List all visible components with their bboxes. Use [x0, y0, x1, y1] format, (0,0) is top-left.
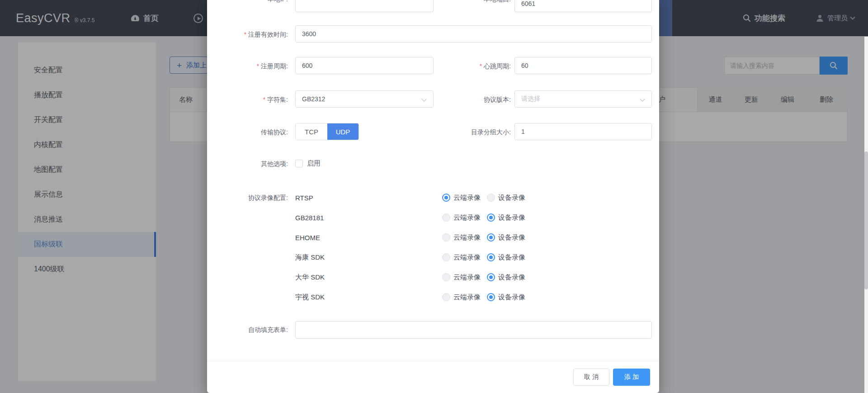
- cloud-record-label[interactable]: 云端录像: [453, 273, 481, 282]
- device-record-label[interactable]: 设备录像: [498, 293, 525, 302]
- cloud-record-radio[interactable]: [442, 253, 450, 261]
- transport-option-udp[interactable]: UDP: [327, 123, 359, 140]
- required-star: *: [257, 62, 259, 70]
- charset-select[interactable]: GB2312: [295, 90, 434, 108]
- proto-version-select[interactable]: 请选择: [514, 90, 652, 108]
- dir-group-input[interactable]: [514, 123, 652, 140]
- device-record-radio[interactable]: [487, 233, 495, 241]
- device-record-label[interactable]: 设备录像: [498, 194, 525, 202]
- page-scrollbar[interactable]: [864, 37, 868, 393]
- cloud-record-label[interactable]: 云端录像: [453, 194, 481, 202]
- cloud-record-label[interactable]: 云端录像: [453, 233, 481, 242]
- device-record-label[interactable]: 设备录像: [498, 213, 525, 222]
- device-record-radio[interactable]: [487, 194, 495, 202]
- reg-expire-input[interactable]: [295, 25, 652, 43]
- transport-option-tcp[interactable]: TCP: [296, 123, 327, 140]
- protocol-name: 大华 SDK: [295, 273, 325, 282]
- enable-checkbox[interactable]: [295, 160, 303, 167]
- heartbeat-label: *心跳周期:: [433, 62, 511, 71]
- autofill-label: 自动填充表单:: [207, 325, 288, 334]
- protocol-name: GB28181: [295, 214, 324, 222]
- add-platform-dialog: 本地IP: 本地端口: *注册有效时间: *注册周期: *心跳周期: *字符集:…: [207, 0, 659, 393]
- other-options-label: 其他选项:: [207, 159, 288, 168]
- record-row-dahua-sdk: 大华 SDK 云端录像 设备录像: [295, 267, 652, 287]
- device-record-radio[interactable]: [487, 253, 495, 261]
- reg-period-input[interactable]: [295, 57, 434, 74]
- chevron-down-icon: [640, 96, 645, 101]
- cloud-record-radio[interactable]: [442, 194, 450, 202]
- enable-checkbox-label[interactable]: 启用: [307, 159, 321, 168]
- required-star: *: [244, 31, 246, 38]
- device-record-radio[interactable]: [487, 293, 495, 301]
- reg-period-label: *注册周期:: [207, 62, 288, 71]
- cloud-record-label[interactable]: 云端录像: [453, 293, 481, 302]
- local-port-input[interactable]: [514, 0, 652, 12]
- scrollbar-thumb[interactable]: [864, 152, 868, 289]
- protocol-name: 海康 SDK: [295, 253, 325, 262]
- local-port-label: 本地端口:: [433, 0, 511, 4]
- record-row-uniview-sdk: 宇视 SDK 云端录像 设备录像: [295, 287, 652, 307]
- record-config-rows: RTSP 云端录像 设备录像 GB28181 云端录像 设备录像 E: [295, 188, 652, 307]
- record-row-ehome: EHOME 云端录像 设备录像: [295, 227, 652, 247]
- device-record-radio[interactable]: [487, 213, 495, 222]
- record-row-hikvision-sdk: 海康 SDK 云端录像 设备录像: [295, 247, 652, 267]
- protocol-name: RTSP: [295, 194, 313, 202]
- cloud-record-radio[interactable]: [442, 213, 450, 222]
- protocol-name: 宇视 SDK: [295, 293, 325, 302]
- device-record-radio[interactable]: [487, 273, 495, 281]
- device-record-label[interactable]: 设备录像: [498, 273, 525, 282]
- record-config-label: 协议录像配置:: [207, 193, 288, 202]
- cloud-record-label[interactable]: 云端录像: [453, 253, 481, 262]
- footer-divider: [207, 361, 659, 361]
- autofill-input[interactable]: [295, 321, 652, 339]
- device-record-label[interactable]: 设备录像: [498, 253, 525, 262]
- transport-label: 传输协议:: [207, 128, 288, 137]
- confirm-add-button[interactable]: 添 加: [613, 369, 650, 386]
- cloud-record-label[interactable]: 云端录像: [453, 213, 481, 222]
- cancel-button[interactable]: 取 消: [573, 369, 609, 386]
- reg-expire-label: *注册有效时间:: [207, 30, 288, 39]
- required-star: *: [480, 62, 482, 70]
- charset-label: *字符集:: [207, 95, 288, 104]
- chevron-down-icon: [421, 96, 426, 101]
- local-ip-input[interactable]: [295, 0, 434, 12]
- screen: EasyCVR ® v3.7.5 首页 功能搜索 管理员: [0, 0, 868, 393]
- required-star: *: [263, 96, 265, 103]
- local-ip-label: 本地IP:: [207, 0, 288, 4]
- record-row-rtsp: RTSP 云端录像 设备录像: [295, 188, 652, 208]
- device-record-label[interactable]: 设备录像: [498, 233, 525, 242]
- proto-version-placeholder: 请选择: [521, 95, 540, 103]
- cloud-record-radio[interactable]: [442, 233, 450, 241]
- charset-value: GB2312: [302, 95, 325, 103]
- dir-group-label: 目录分组大小:: [433, 128, 511, 137]
- transport-toggle: TCP UDP: [295, 123, 359, 140]
- cloud-record-radio[interactable]: [442, 273, 450, 281]
- cloud-record-radio[interactable]: [442, 293, 450, 301]
- proto-version-label: 协议版本:: [433, 95, 511, 104]
- heartbeat-input[interactable]: [514, 57, 652, 74]
- record-row-gb28181: GB28181 云端录像 设备录像: [295, 208, 652, 227]
- protocol-name: EHOME: [295, 234, 320, 241]
